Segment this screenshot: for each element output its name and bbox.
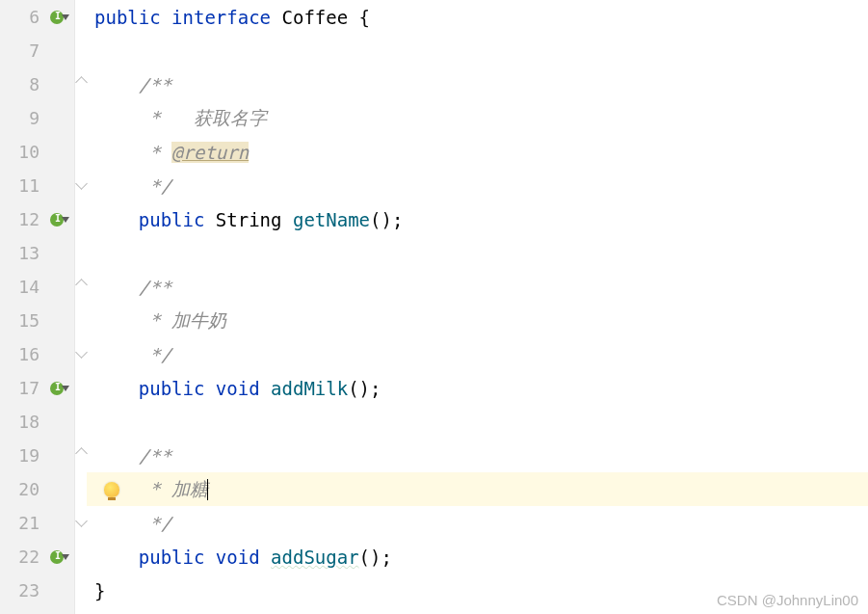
javadoc-tag: @return — [171, 142, 249, 163]
implemented-icon[interactable] — [47, 210, 66, 229]
line-number: 15 — [11, 310, 39, 331]
line-number: 16 — [11, 344, 39, 364]
code-line[interactable]: * 获取名字 — [87, 101, 868, 135]
keyword: public — [94, 7, 161, 28]
line-number: 14 — [11, 277, 39, 297]
code-line[interactable]: * @return — [87, 135, 868, 169]
keyword: public — [139, 547, 205, 568]
method-name: addMilk — [271, 378, 348, 399]
line-number: 6 — [11, 7, 39, 27]
keyword: public — [139, 209, 205, 230]
implemented-icon[interactable] — [47, 547, 66, 567]
type: String — [216, 209, 282, 230]
fold-toggle-icon[interactable] — [75, 76, 88, 89]
code-line[interactable]: public void addMilk(); — [87, 371, 868, 405]
line-number: 21 — [11, 513, 39, 533]
punct: (); — [370, 209, 403, 230]
gutter-row[interactable]: 19 — [0, 439, 74, 472]
code-line[interactable] — [87, 236, 868, 270]
implemented-icon[interactable] — [47, 8, 66, 27]
line-number: 10 — [11, 142, 39, 162]
javadoc: /** — [139, 277, 171, 298]
line-number: 19 — [11, 445, 39, 466]
class-name: Coffee — [282, 7, 349, 28]
code-line[interactable]: public String getName(); — [87, 202, 868, 236]
code-line[interactable] — [87, 405, 868, 439]
punct: (); — [348, 378, 381, 399]
code-line[interactable]: */ — [87, 506, 868, 540]
code-editor: 6 7 8 9 10 11 12 13 14 15 16 17 18 19 20… — [0, 0, 868, 614]
fold-region[interactable] — [75, 0, 87, 614]
line-number: 7 — [11, 40, 39, 61]
gutter-row[interactable]: 14 — [0, 270, 74, 304]
fold-toggle-icon[interactable] — [75, 346, 88, 359]
gutter-row[interactable]: 16 — [0, 337, 74, 371]
code-line[interactable]: */ — [87, 337, 868, 371]
javadoc: * 获取名字 — [139, 106, 267, 131]
punct: (); — [359, 547, 392, 568]
gutter-row[interactable]: 13 — [0, 236, 74, 270]
gutter-row[interactable]: 8 — [0, 67, 74, 101]
code-line[interactable] — [87, 34, 868, 67]
code-line-current[interactable]: * 加糖 — [87, 472, 868, 506]
gutter-row[interactable]: 21 — [0, 506, 74, 540]
watermark: CSDN @JohnnyLin00 — [717, 592, 858, 608]
gutter-row[interactable]: 9 — [0, 101, 74, 135]
gutter-row[interactable]: 10 — [0, 135, 74, 169]
javadoc: /** — [139, 74, 171, 95]
javadoc: * 加糖 — [139, 477, 208, 502]
code-line[interactable]: /** — [87, 67, 868, 101]
keyword: void — [216, 547, 260, 568]
method-name: addSugar — [271, 547, 359, 568]
fold-toggle-icon[interactable] — [75, 279, 88, 291]
javadoc: */ — [139, 513, 171, 534]
gutter-row[interactable]: 18 — [0, 405, 74, 439]
line-number: 18 — [11, 412, 39, 432]
brace: { — [348, 7, 370, 28]
code-line[interactable]: /** — [87, 270, 868, 304]
gutter-row[interactable]: 15 — [0, 304, 74, 337]
code-line[interactable]: public void addSugar(); — [87, 540, 868, 574]
keyword: interface — [171, 7, 271, 28]
code-line[interactable]: /** — [87, 439, 868, 472]
gutter-row[interactable]: 11 — [0, 169, 74, 202]
fold-toggle-icon[interactable] — [75, 515, 88, 527]
javadoc: */ — [139, 344, 171, 365]
line-number: 23 — [11, 580, 39, 601]
line-number: 22 — [11, 547, 39, 567]
keyword: void — [216, 378, 260, 399]
gutter-row[interactable]: 17 — [0, 371, 74, 405]
gutter: 6 7 8 9 10 11 12 13 14 15 16 17 18 19 20… — [0, 0, 75, 614]
gutter-row[interactable]: 23 — [0, 574, 74, 607]
code-line[interactable]: public interface Coffee { — [87, 0, 868, 34]
javadoc: */ — [139, 175, 171, 197]
gutter-row[interactable]: 20 — [0, 472, 74, 506]
line-number: 9 — [11, 108, 39, 128]
line-number: 12 — [11, 209, 39, 229]
gutter-row[interactable]: 6 — [0, 0, 74, 34]
brace: } — [94, 580, 105, 601]
keyword: public — [139, 378, 205, 399]
line-number: 13 — [11, 243, 39, 263]
javadoc: /** — [139, 445, 171, 467]
gutter-row[interactable]: 7 — [0, 34, 74, 67]
caret — [207, 479, 208, 500]
implemented-icon[interactable] — [47, 379, 66, 398]
code-line[interactable]: */ — [87, 169, 868, 202]
gutter-row[interactable]: 12 — [0, 202, 74, 236]
code-area[interactable]: public interface Coffee { /** * 获取名字 * @… — [87, 0, 868, 614]
line-number: 11 — [11, 175, 39, 196]
intention-bulb-icon[interactable] — [104, 482, 119, 497]
javadoc: * 加牛奶 — [139, 308, 226, 334]
line-number: 20 — [11, 479, 39, 499]
code-line[interactable]: * 加牛奶 — [87, 304, 868, 337]
fold-toggle-icon[interactable] — [75, 177, 88, 190]
method-name: getName — [293, 209, 370, 230]
line-number: 8 — [11, 74, 39, 94]
line-number: 17 — [11, 378, 39, 398]
gutter-row[interactable]: 22 — [0, 540, 74, 574]
javadoc: * — [139, 142, 171, 163]
fold-toggle-icon[interactable] — [75, 447, 88, 460]
